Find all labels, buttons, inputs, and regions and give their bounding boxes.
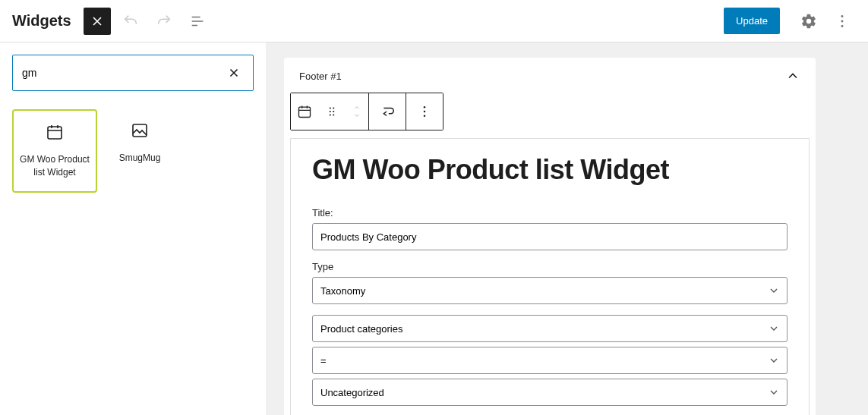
svg-point-0 <box>841 15 844 17</box>
block-label: SmugMug <box>119 152 161 165</box>
field-type: Type Taxonomy <box>312 261 788 304</box>
topbar: Widgets Update <box>0 0 868 42</box>
svg-point-9 <box>333 111 334 112</box>
title-input[interactable] <box>312 223 788 250</box>
taxonomy-select[interactable]: Product categories <box>312 315 788 342</box>
settings-button[interactable] <box>795 8 822 35</box>
options-button[interactable] <box>829 8 856 35</box>
type-label: Type <box>312 261 788 272</box>
widget-area: Footer #1 <box>284 58 816 415</box>
widget-heading: GM Woo Product list Widget <box>312 154 788 186</box>
update-button[interactable]: Update <box>724 8 780 34</box>
title-label: Title: <box>312 207 788 219</box>
main: GM Woo Product list Widget SmugMug Foote… <box>0 42 868 415</box>
svg-rect-5 <box>299 107 311 117</box>
move-buttons[interactable] <box>346 93 368 130</box>
block-type-button[interactable] <box>291 93 318 130</box>
svg-point-1 <box>841 20 844 22</box>
page-title: Widgets <box>12 12 71 30</box>
list-view-button[interactable] <box>184 8 211 35</box>
field-title: Title: <box>312 207 788 250</box>
svg-point-10 <box>330 114 331 115</box>
widget-area-title: Footer #1 <box>299 71 342 82</box>
term-select[interactable]: Uncategorized <box>312 379 788 406</box>
svg-point-8 <box>330 111 331 112</box>
operator-select[interactable]: = <box>312 347 788 374</box>
calendar-icon <box>46 123 64 141</box>
drag-handle-button[interactable] <box>318 93 346 130</box>
svg-point-2 <box>841 24 844 27</box>
block-options-button[interactable] <box>406 93 443 130</box>
transform-button[interactable] <box>369 93 406 130</box>
search-input-wrap <box>12 55 254 91</box>
undo-button[interactable] <box>117 8 144 35</box>
redo-button[interactable] <box>150 8 178 35</box>
svg-rect-3 <box>48 127 62 139</box>
block-inserter-sidebar: GM Woo Product list Widget SmugMug <box>0 42 266 415</box>
image-icon <box>131 121 149 140</box>
type-select[interactable]: Taxonomy <box>312 277 788 304</box>
svg-point-12 <box>424 106 426 108</box>
chevron-up-icon <box>785 68 800 83</box>
svg-point-11 <box>333 114 334 115</box>
block-label: GM Woo Product list Widget <box>20 153 90 179</box>
clear-search-button[interactable] <box>224 63 244 83</box>
svg-point-13 <box>424 111 426 113</box>
svg-point-14 <box>424 115 426 118</box>
close-inserter-button[interactable] <box>84 8 111 35</box>
widget-area-header[interactable]: Footer #1 <box>284 58 816 86</box>
editor-canvas: Footer #1 <box>266 42 868 415</box>
search-input[interactable] <box>22 67 224 79</box>
widget-block: GM Woo Product list Widget Title: Type T… <box>290 138 810 415</box>
svg-point-6 <box>330 107 331 108</box>
block-results: GM Woo Product list Widget SmugMug <box>12 109 254 193</box>
block-item-smugmug[interactable]: SmugMug <box>97 109 182 193</box>
svg-point-7 <box>333 107 334 108</box>
block-toolbar <box>290 93 443 130</box>
taxonomy-fields: Product categories = Uncategorized <box>312 315 788 406</box>
block-item-gm-woo[interactable]: GM Woo Product list Widget <box>12 109 97 193</box>
svg-rect-4 <box>133 124 147 137</box>
